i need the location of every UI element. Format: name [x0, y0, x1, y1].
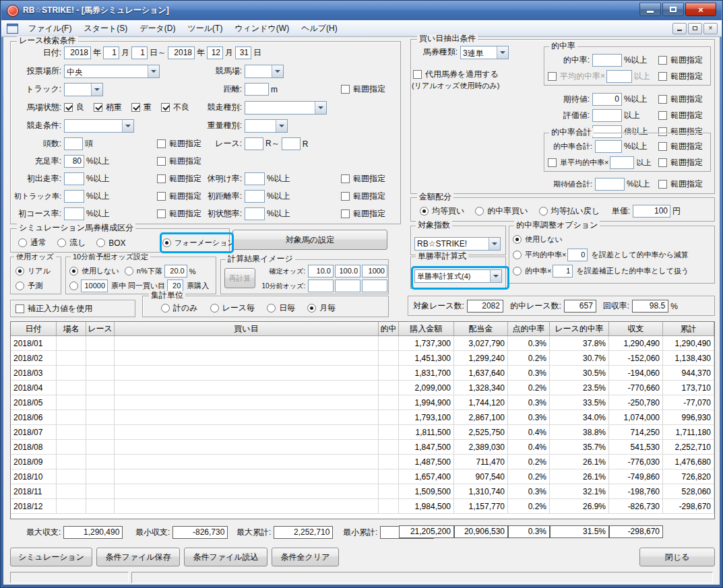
going-heavy-checkbox[interactable]: [131, 103, 140, 112]
hit-adjust-subtract-radio[interactable]: [513, 251, 522, 259]
formation-label[interactable]: フォーメーション: [175, 238, 235, 248]
heads-input[interactable]: [64, 137, 83, 150]
mdi-restore-button[interactable]: [688, 23, 702, 34]
normal-label[interactable]: 通常: [30, 237, 46, 249]
fixed-odds-input-2[interactable]: 100.0: [335, 265, 360, 277]
simulation-button[interactable]: シミュレーション: [10, 548, 92, 566]
col-header-kaimoku[interactable]: 買い目: [115, 322, 379, 335]
hit-total-input[interactable]: [595, 140, 622, 153]
avg-hit-rate-range-checkbox[interactable]: [658, 72, 667, 81]
date-to-day-input[interactable]: 31: [235, 46, 251, 59]
range-label[interactable]: 範囲指定: [670, 110, 703, 121]
range-label[interactable]: 範囲指定: [670, 141, 703, 152]
close-dialog-button[interactable]: 閉じる: [639, 548, 715, 566]
real-odds-radio[interactable]: [15, 267, 24, 275]
col-header-point-rate[interactable]: 点的中率: [508, 322, 550, 335]
box-label[interactable]: BOX: [108, 238, 125, 248]
equal-payout-radio[interactable]: [539, 207, 548, 216]
pre-odds-input-1[interactable]: [308, 280, 334, 292]
table-row[interactable]: 2018/06 1,793,1002,867,1000.3%34.0%1,074…: [11, 410, 714, 425]
col-header-payout[interactable]: 配当金: [454, 322, 508, 335]
hit-rate-input[interactable]: [592, 54, 622, 67]
table-row[interactable]: 2018/09 1,487,500711,4700.2%26.1%-776,03…: [11, 455, 714, 469]
range-label[interactable]: 範囲指定: [353, 173, 385, 185]
close-button[interactable]: ×: [685, 3, 716, 16]
pre-odds-no-use-radio[interactable]: [69, 267, 78, 275]
first-track-range-checkbox[interactable]: [157, 192, 166, 201]
col-header-purchase[interactable]: 購入金額: [399, 322, 454, 335]
hit-adjust-subtract-pre-label[interactable]: 平均的中率×: [525, 250, 566, 260]
distance-input[interactable]: [245, 83, 269, 96]
fixed-odds-input-3[interactable]: 1000: [362, 265, 387, 277]
going-heavy-label[interactable]: 重: [144, 102, 152, 113]
normal-radio[interactable]: [18, 238, 27, 247]
predict-odds-label[interactable]: 予測: [28, 281, 42, 291]
recalc-button[interactable]: 再計算: [224, 268, 255, 288]
date-to-year-input[interactable]: 2018: [168, 46, 195, 59]
hit-adjust-correct-pre-label[interactable]: 的中率×: [525, 266, 551, 276]
table-row[interactable]: 2018/10 1,657,400907,5400.2%26.1%-749,86…: [11, 469, 714, 484]
menu-data[interactable]: データ(D): [133, 21, 181, 36]
unit-price-input[interactable]: 100: [633, 205, 670, 218]
distance-range-checkbox[interactable]: [341, 85, 350, 94]
expected-range-checkbox[interactable]: [658, 95, 667, 104]
pre-odds-drop-label[interactable]: n%下落: [137, 266, 162, 276]
equal-buy-label[interactable]: 均等買い: [432, 205, 464, 217]
pre-odds-drop-radio[interactable]: [125, 267, 133, 275]
race-kind-select[interactable]: [245, 101, 327, 115]
agg-total-only-label[interactable]: 計のみ: [173, 302, 198, 314]
avg-hit-total-checkbox[interactable]: [548, 158, 557, 167]
range-label[interactable]: 範囲指定: [353, 84, 385, 95]
target-horse-button[interactable]: 対象馬の設定: [232, 230, 387, 250]
agg-daily-radio[interactable]: [267, 304, 276, 313]
equal-payout-label[interactable]: 均等払い戻し: [551, 205, 600, 217]
table-row[interactable]: 2018/08 1,847,5002,389,0300.4%35.7%541,5…: [11, 440, 714, 455]
hit-rate-buy-radio[interactable]: [475, 207, 484, 216]
nagashi-label[interactable]: 流し: [69, 237, 86, 249]
substitute-checkbox[interactable]: [413, 70, 422, 79]
race-cond-select[interactable]: [64, 119, 134, 133]
date-from-month-input[interactable]: 1: [103, 46, 119, 59]
table-row[interactable]: 2018/01 1,737,3003,027,7900.3%37.8%1,290…: [11, 336, 714, 351]
sufficiency-input[interactable]: 80: [64, 155, 84, 168]
agg-monthly-radio[interactable]: [307, 304, 316, 313]
pre-odds-votes-radio[interactable]: [69, 282, 78, 290]
hit-adjust-no-use-radio[interactable]: [513, 235, 522, 244]
range-label[interactable]: 範囲指定: [670, 178, 703, 190]
save-condition-button[interactable]: 条件ファイル保存: [96, 548, 180, 566]
load-condition-button[interactable]: 条件ファイル読込: [184, 548, 268, 566]
range-label[interactable]: 範囲指定: [353, 191, 385, 202]
weight-kind-select[interactable]: [245, 119, 288, 133]
range-label[interactable]: 範囲指定: [353, 208, 385, 220]
going-slightly-heavy-label[interactable]: 稍重: [106, 102, 122, 113]
real-odds-label[interactable]: リアル: [28, 266, 51, 276]
ticket-type-select[interactable]: 3連単: [460, 46, 509, 59]
range-label[interactable]: 範囲指定: [169, 156, 201, 167]
table-row[interactable]: 2018/12 1,984,5001,157,7700.2%26.9%-826,…: [11, 499, 714, 514]
hit-adjust-no-use-label[interactable]: 使用しない: [525, 234, 563, 244]
first-distance-range-checkbox[interactable]: [341, 192, 350, 201]
agg-daily-label[interactable]: 日毎: [279, 302, 295, 314]
pre-odds-input-3[interactable]: [362, 280, 387, 292]
col-header-balance[interactable]: 収支: [609, 322, 663, 335]
expected-total-input[interactable]: [595, 178, 625, 191]
col-header-race[interactable]: レース: [86, 322, 115, 335]
pre-odds-input-2[interactable]: [335, 280, 360, 292]
equal-buy-radio[interactable]: [420, 207, 429, 216]
target-index-select[interactable]: RB☆STRIKE!: [414, 237, 501, 251]
first-course-range-checkbox[interactable]: [157, 209, 166, 218]
clear-condition-button[interactable]: 条件全クリア: [272, 548, 339, 566]
date-to-month-input[interactable]: 12: [207, 46, 223, 59]
range-label[interactable]: 範囲指定: [670, 71, 703, 82]
avg-hit-rate-label[interactable]: 平均的中率×: [560, 71, 605, 82]
agg-monthly-label[interactable]: 月毎: [319, 302, 336, 314]
menu-help[interactable]: ヘルプ(H): [295, 21, 344, 36]
going-bad-label[interactable]: 不良: [173, 102, 189, 113]
avg-hit-rate-input[interactable]: [606, 70, 632, 83]
predict-odds-radio[interactable]: [15, 282, 24, 290]
going-slightly-heavy-checkbox[interactable]: [94, 103, 102, 112]
first-start-range-checkbox[interactable]: [157, 174, 166, 183]
racecourse-select[interactable]: [245, 65, 284, 78]
nagashi-radio[interactable]: [57, 238, 66, 247]
range-label[interactable]: 範囲指定: [670, 157, 703, 168]
